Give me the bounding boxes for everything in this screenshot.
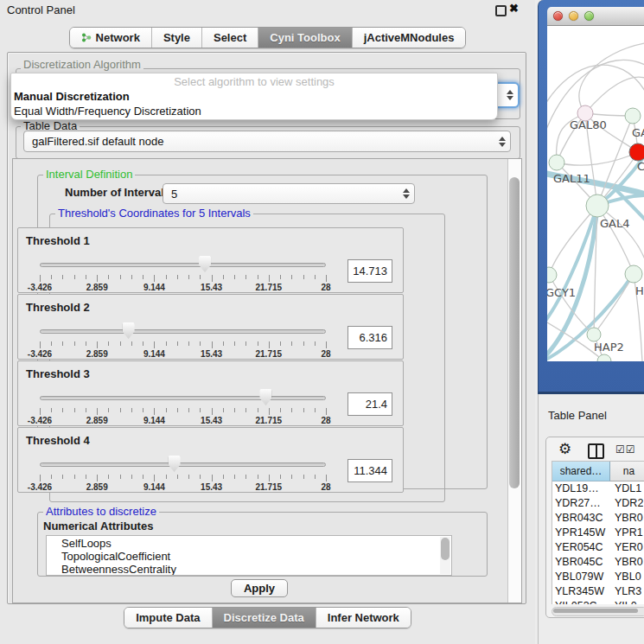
slider-thumb-icon[interactable] xyxy=(169,456,181,472)
network-node[interactable] xyxy=(547,267,557,283)
tick-mark xyxy=(74,408,75,412)
column-header-name[interactable]: na xyxy=(610,462,644,481)
select-columns-icon[interactable]: ☑☑ xyxy=(615,443,636,456)
network-node[interactable] xyxy=(587,328,601,341)
attribute-item-selfloops[interactable]: SelfLoops xyxy=(61,537,451,550)
tick-mark xyxy=(120,341,121,346)
table-row[interactable]: YIL053CYIL0 xyxy=(552,599,644,604)
tick-mark xyxy=(200,341,201,346)
cell-shared-name: YER054C xyxy=(552,540,610,555)
control-tab-style[interactable]: Style xyxy=(151,28,201,48)
slider-thumb-icon[interactable] xyxy=(199,256,211,272)
tick-mark xyxy=(143,475,143,479)
tick-mark xyxy=(143,341,143,346)
list-scrollbar[interactable] xyxy=(440,537,450,574)
table-row[interactable]: YER054CYER0 xyxy=(552,540,644,555)
zoom-traffic-light-icon[interactable] xyxy=(584,11,594,21)
tick-mark xyxy=(280,341,281,346)
column-header-shared-name[interactable]: shared… xyxy=(552,462,610,481)
table-row[interactable]: YBR045CYBR0 xyxy=(552,555,644,570)
app-root: Control Panel ✖ NetworkStyleSelectCyni T… xyxy=(0,0,644,644)
slider-thumb-icon[interactable] xyxy=(123,322,135,339)
table-horizontal-scrollbar[interactable] xyxy=(552,607,644,616)
cyni-tab-impute-data[interactable]: Impute Data xyxy=(124,608,211,628)
threshold-value-field[interactable]: 6.316 xyxy=(348,326,392,349)
cell-name: YPR1 xyxy=(610,526,643,540)
control-tab-jactivemnodules[interactable]: jActiveMNodules xyxy=(352,28,466,48)
algorithm-combobox[interactable] xyxy=(496,82,520,108)
tab-label: Select xyxy=(214,31,246,44)
tick-mark xyxy=(51,275,52,279)
attribute-item-betweennesscentrality[interactable]: BetweennessCentrality xyxy=(61,563,451,576)
slider-ticks xyxy=(40,341,326,348)
slider-track[interactable] xyxy=(40,462,326,467)
tick-mark xyxy=(303,408,304,412)
control-tab-cyni-toolbox[interactable]: Cyni Toolbox xyxy=(258,28,351,48)
slider-rail[interactable]: -3.4262.8599.14415.4321.71528 xyxy=(40,322,326,358)
slider-track[interactable] xyxy=(40,329,326,334)
slider-track[interactable] xyxy=(40,396,326,400)
slider-tick-labels: -3.4262.8599.14415.4321.71528 xyxy=(40,349,326,359)
control-tab-select[interactable]: Select xyxy=(201,28,258,48)
algorithm-option-manual-discretization[interactable]: Manual Discretization xyxy=(11,89,497,104)
table-horizontal-scrollbar-thumb[interactable] xyxy=(553,609,638,613)
table-row[interactable]: YDR27…YDR2 xyxy=(552,496,644,511)
tick-mark xyxy=(315,275,316,279)
tick-mark xyxy=(291,408,292,412)
threshold-label: Threshold 1 xyxy=(26,234,90,247)
slider-thumb-icon[interactable] xyxy=(259,389,271,405)
close-icon[interactable]: ✖ xyxy=(509,2,519,15)
settings-scrollbar[interactable] xyxy=(507,159,521,603)
table-row[interactable]: YDL19…YDL1 xyxy=(552,481,644,496)
tick-mark xyxy=(200,275,201,279)
control-tab-network[interactable]: Network xyxy=(70,28,151,48)
network-window-titlebar[interactable] xyxy=(547,7,644,26)
tick-mark xyxy=(120,475,121,479)
float-window-icon[interactable] xyxy=(495,5,507,16)
cyni-tab-infer-network[interactable]: Infer Network xyxy=(316,608,411,628)
number-of-intervals-label: Number of Intervals xyxy=(65,186,170,199)
slider-rail[interactable]: -3.4262.8599.14415.4321.71528 xyxy=(40,455,326,491)
threshold-value-field[interactable]: 11.344 xyxy=(348,459,392,482)
table-row[interactable]: YPR145WYPR1 xyxy=(552,526,644,540)
cyni-tab-discretize-data[interactable]: Discretize Data xyxy=(212,608,316,628)
network-node[interactable] xyxy=(597,354,611,361)
table-row[interactable]: YBL079WYBL0 xyxy=(552,570,644,584)
slider-rail[interactable]: -3.4262.8599.14415.4321.71528 xyxy=(40,388,326,424)
gear-icon[interactable]: ⚙ xyxy=(558,441,571,458)
node-label-gal80: GAL80 xyxy=(570,118,607,131)
tick-mark xyxy=(303,341,304,346)
network-node[interactable] xyxy=(586,194,609,217)
column-layout-icon[interactable] xyxy=(588,443,604,459)
attribute-item-topologicalcoefficient[interactable]: TopologicalCoefficient xyxy=(61,550,451,563)
apply-button[interactable]: Apply xyxy=(231,579,288,597)
table-row[interactable]: YLR345WYLR3 xyxy=(552,584,644,599)
table-data-combobox[interactable]: galFiltered.sif default node xyxy=(23,131,511,152)
slider-rail[interactable]: -3.4262.8599.14415.4321.71528 xyxy=(40,255,326,291)
slider-ticks xyxy=(40,275,326,282)
threshold-slider-group: Threshold 1 -3.4262.8599.14415.4321.7152… xyxy=(17,227,404,293)
threshold-value-field[interactable]: 21.4 xyxy=(348,392,392,416)
tick-mark xyxy=(188,408,189,412)
slider-track[interactable] xyxy=(40,263,326,267)
numerical-attributes-list[interactable]: SelfLoopsTopologicalCoefficientBetweenne… xyxy=(46,535,452,576)
network-node[interactable] xyxy=(625,108,641,124)
cell-name: YDL1 xyxy=(610,481,641,496)
tick-mark xyxy=(258,475,258,479)
table-row[interactable]: YBR043CYBR0 xyxy=(552,511,644,526)
network-canvas[interactable]: GAL80GACGAL11GAL4GCY1HHAP2 xyxy=(547,26,644,361)
settings-scrollbar-thumb[interactable] xyxy=(509,177,520,488)
network-node[interactable] xyxy=(629,143,644,161)
combo-arrows-icon xyxy=(499,137,506,147)
tick-mark xyxy=(40,275,41,282)
number-of-intervals-combobox[interactable]: 5 xyxy=(163,183,415,204)
node-label-c: C xyxy=(637,160,644,173)
threshold-value-field[interactable]: 14.713 xyxy=(348,259,392,283)
list-scrollbar-thumb[interactable] xyxy=(441,538,450,560)
minimize-traffic-light-icon[interactable] xyxy=(569,11,578,21)
algorithm-option-equal-width-frequency-discretization[interactable]: Equal Width/Frequency Discretization xyxy=(11,104,497,118)
attributes-group-title: Attributes to discretize xyxy=(43,506,159,518)
close-traffic-light-icon[interactable] xyxy=(553,11,563,21)
network-node[interactable] xyxy=(549,155,564,170)
network-node[interactable] xyxy=(625,265,642,283)
